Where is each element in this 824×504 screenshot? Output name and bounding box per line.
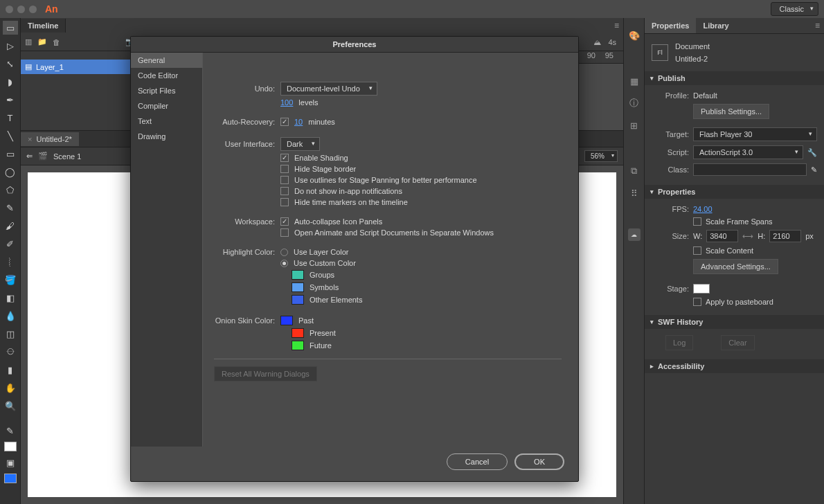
- stroke-color-icon[interactable]: ✎: [3, 424, 18, 438]
- timeline-tab[interactable]: Timeline: [21, 19, 66, 33]
- document-tab[interactable]: × Untitled-2*: [21, 132, 79, 146]
- new-layer-icon[interactable]: ▥: [25, 37, 32, 46]
- auto-recovery-value[interactable]: 10: [294, 118, 303, 126]
- pref-nav-compiler[interactable]: Compiler: [131, 98, 202, 114]
- auto-recovery-checkbox[interactable]: [280, 118, 289, 126]
- info-panel-icon[interactable]: ⓘ: [628, 97, 641, 109]
- workspace-switcher[interactable]: Classic: [771, 2, 818, 16]
- subselection-tool-icon[interactable]: ▷: [3, 39, 18, 53]
- oval-tool-icon[interactable]: ◯: [3, 165, 18, 179]
- no-notifications-checkbox[interactable]: [280, 187, 289, 195]
- publish-section-header[interactable]: Publish: [645, 71, 824, 85]
- text-tool-icon[interactable]: T: [3, 111, 18, 125]
- cancel-button[interactable]: Cancel: [447, 453, 508, 470]
- minimize-window-icon[interactable]: [17, 6, 25, 13]
- line-tool-icon[interactable]: ╲: [3, 129, 18, 143]
- height-input[interactable]: [769, 230, 801, 242]
- pencil-tool-icon[interactable]: ✎: [3, 201, 18, 215]
- width-tool-icon[interactable]: ⦵: [3, 345, 18, 359]
- pref-nav-general[interactable]: General: [131, 53, 202, 68]
- free-transform-tool-icon[interactable]: ⤡: [3, 57, 18, 71]
- properties-section-header[interactable]: Properties: [645, 185, 824, 199]
- accessibility-section-header[interactable]: Accessibility: [645, 359, 824, 373]
- back-icon[interactable]: ⇐: [26, 152, 33, 161]
- hide-stage-border-checkbox[interactable]: [280, 165, 289, 173]
- scale-content-checkbox[interactable]: [693, 246, 701, 255]
- pref-nav-drawing[interactable]: Drawing: [131, 129, 202, 144]
- edit-class-icon[interactable]: ✎: [811, 165, 817, 174]
- eyedropper-tool-icon[interactable]: 💧: [3, 309, 18, 323]
- other-elements-color-swatch[interactable]: [292, 295, 304, 305]
- fps-value[interactable]: 24.00: [693, 205, 713, 213]
- hand-tool-icon[interactable]: ✋: [3, 381, 18, 395]
- use-custom-color-radio[interactable]: [280, 260, 288, 267]
- panel-menu-icon[interactable]: ≡: [811, 18, 824, 33]
- swatches-panel-icon[interactable]: ⠿: [628, 187, 641, 199]
- camera-tool-icon[interactable]: ▮: [3, 363, 18, 377]
- transform-panel-icon[interactable]: ⊞: [628, 119, 641, 132]
- swf-clear-button[interactable]: Clear: [721, 335, 754, 350]
- present-color-swatch[interactable]: [292, 328, 304, 338]
- symbols-color-swatch[interactable]: [292, 282, 304, 292]
- enable-shading-checkbox[interactable]: [280, 154, 289, 162]
- stage-color-swatch[interactable]: [693, 284, 710, 294]
- pen-tool-icon[interactable]: ✒: [3, 93, 18, 107]
- tab-library[interactable]: Library: [696, 18, 735, 33]
- color-panel-icon[interactable]: 🎨: [628, 29, 641, 42]
- close-window-icon[interactable]: [6, 6, 13, 13]
- pref-nav-script-files[interactable]: Script Files: [131, 83, 202, 98]
- script-select[interactable]: ActionScript 3.0: [693, 145, 803, 159]
- ok-button[interactable]: OK: [514, 453, 564, 470]
- link-dimensions-icon[interactable]: ⟷: [742, 232, 753, 241]
- scale-frame-spans-checkbox[interactable]: [693, 217, 701, 226]
- delete-layer-icon[interactable]: 🗑: [53, 38, 60, 46]
- rectangle-tool-icon[interactable]: ▭: [3, 147, 18, 161]
- close-tab-icon[interactable]: ×: [28, 135, 32, 143]
- fill-color-icon[interactable]: ▣: [3, 456, 18, 469]
- groups-color-swatch[interactable]: [292, 270, 304, 280]
- zoom-select[interactable]: 56%: [584, 150, 618, 162]
- eraser-tool-icon[interactable]: ◫: [3, 327, 18, 341]
- paint-bucket-tool-icon[interactable]: 🪣: [3, 273, 18, 287]
- paint-brush-tool-icon[interactable]: ✐: [3, 237, 18, 251]
- undo-mode-select[interactable]: Document-level Undo: [280, 82, 377, 96]
- class-input[interactable]: [693, 163, 807, 176]
- publish-settings-button[interactable]: Publish Settings...: [693, 104, 769, 119]
- lasso-tool-icon[interactable]: ◗: [3, 75, 18, 89]
- pref-nav-code-editor[interactable]: Code Editor: [131, 68, 202, 83]
- zoom-window-icon[interactable]: [29, 6, 37, 13]
- open-separate-checkbox[interactable]: [280, 228, 289, 237]
- undo-levels-value[interactable]: 100: [280, 98, 293, 107]
- new-folder-icon[interactable]: 📁: [37, 37, 47, 46]
- ink-bottle-tool-icon[interactable]: ◧: [3, 291, 18, 305]
- onion-skin-icon[interactable]: ⛰: [593, 38, 601, 46]
- selection-tool-icon[interactable]: ▭: [3, 21, 18, 35]
- fill-swatch[interactable]: [4, 474, 17, 483]
- advanced-settings-button[interactable]: Advanced Settings...: [693, 259, 778, 274]
- panel-menu-icon[interactable]: ≡: [610, 18, 623, 33]
- width-input[interactable]: [706, 230, 738, 242]
- use-layer-color-radio[interactable]: [280, 249, 288, 256]
- components-panel-icon[interactable]: ⧉: [628, 165, 641, 177]
- future-color-swatch[interactable]: [292, 341, 304, 350]
- reset-warnings-button[interactable]: Reset All Warning Dialogs: [214, 366, 317, 381]
- use-outlines-checkbox[interactable]: [280, 176, 289, 184]
- bone-tool-icon[interactable]: ⦚: [3, 255, 18, 269]
- pref-nav-text[interactable]: Text: [131, 114, 202, 129]
- polystar-tool-icon[interactable]: ⬠: [3, 183, 18, 197]
- hide-time-markers-checkbox[interactable]: [280, 198, 289, 206]
- zoom-tool-icon[interactable]: 🔍: [3, 399, 18, 413]
- target-select[interactable]: Flash Player 30: [693, 127, 817, 141]
- past-color-swatch[interactable]: [280, 316, 293, 325]
- ui-theme-select[interactable]: Dark: [280, 137, 320, 151]
- brush-tool-icon[interactable]: 🖌: [3, 219, 18, 233]
- script-settings-icon[interactable]: 🔧: [807, 148, 817, 157]
- auto-collapse-checkbox[interactable]: [280, 217, 289, 226]
- tab-properties[interactable]: Properties: [645, 18, 696, 33]
- stroke-swatch[interactable]: [4, 442, 17, 451]
- swf-log-button[interactable]: Log: [665, 335, 693, 350]
- swf-history-section-header[interactable]: SWF History: [645, 315, 824, 329]
- apply-pasteboard-checkbox[interactable]: [693, 298, 701, 306]
- cc-libraries-icon[interactable]: ☁: [628, 228, 641, 241]
- align-panel-icon[interactable]: ▦: [628, 75, 641, 87]
